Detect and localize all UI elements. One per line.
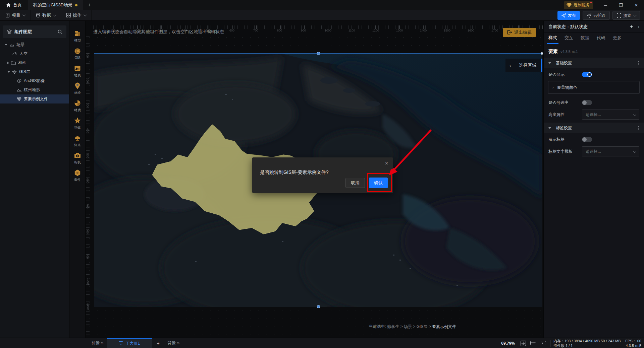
caret-down-icon[interactable] xyxy=(5,44,7,46)
tree-item-arcgis[interactable]: ArcGIS影像 xyxy=(0,76,69,85)
chevron-left-icon[interactable]: ‹ xyxy=(509,63,511,68)
menu-project[interactable]: 项目 xyxy=(0,10,31,20)
new-tab-button[interactable]: + xyxy=(83,0,96,10)
dialog-message: 是否跳转到GIS层-要素示例文件? xyxy=(260,169,329,176)
show-label-toggle[interactable] xyxy=(582,137,592,142)
overlay-color-collapse[interactable]: › 覆盖物颜色 xyxy=(548,81,640,94)
tab-interaction[interactable]: 交互 xyxy=(565,35,573,44)
section-basic-settings[interactable]: 基础设置 xyxy=(544,58,644,68)
tree-item-camera-group[interactable]: 相机 xyxy=(0,58,69,67)
tab-data[interactable]: 数据 xyxy=(581,35,589,44)
cancel-button[interactable]: 取消 xyxy=(345,178,365,188)
chevron-right-icon[interactable]: › xyxy=(638,24,639,29)
resize-handle-bottom[interactable] xyxy=(317,305,320,308)
field-label: 是否显示 xyxy=(548,72,582,77)
project-icon xyxy=(5,13,10,17)
tree-label: ArcGIS影像 xyxy=(24,78,45,84)
console-button[interactable] xyxy=(539,340,548,347)
resize-handle-corner[interactable] xyxy=(541,52,543,55)
layer-tree: 场景 天空 相机 GIS层 ArcGIS影像 杭州地形 xyxy=(0,40,69,103)
performance-stats: 内存：193 / 3894 / 4096 MB 50 / 243 MB FPS：… xyxy=(553,339,644,348)
expand-arrows-icon xyxy=(521,341,526,346)
section-label-settings[interactable]: 标签设置 xyxy=(544,123,644,133)
circle-plus-icon[interactable]: ⊕ xyxy=(101,341,103,345)
menu-data[interactable]: 数据 xyxy=(31,10,61,20)
palette-animation[interactable]: 动效 xyxy=(69,115,86,132)
layers-sidebar: 组件图层 场景 天空 相机 GIS层 xyxy=(0,21,69,338)
caret-down-icon[interactable] xyxy=(7,71,10,73)
background-button[interactable]: 背景⊕ xyxy=(164,338,183,348)
tree-item-sky[interactable]: 天空 xyxy=(0,49,69,58)
ruler-label: 1100 xyxy=(87,303,90,309)
zoom-level[interactable]: 69.79% xyxy=(501,341,515,346)
tab-style[interactable]: 样式 xyxy=(548,35,557,44)
maximize-button[interactable]: ❐ xyxy=(613,0,629,10)
home-icon xyxy=(6,3,11,7)
visible-toggle[interactable] xyxy=(582,72,592,77)
state-value: 默认状态 xyxy=(570,24,588,30)
ruler-label: 1000 xyxy=(325,29,331,32)
tab-code[interactable]: 代码 xyxy=(597,35,605,44)
tree-item-scene[interactable]: 场景 xyxy=(0,40,69,49)
add-state-button[interactable]: + xyxy=(630,23,633,30)
select-region-panel[interactable]: ‹ 选择区域 xyxy=(505,59,542,72)
label-template-select[interactable]: 请选择... xyxy=(582,146,639,156)
chevron-down-icon xyxy=(633,149,636,153)
palette-light[interactable]: 灯光 xyxy=(69,132,86,149)
component-header: 要素 v4.3.5-rc.1 xyxy=(544,44,644,58)
minimize-button[interactable]: ─ xyxy=(598,0,613,10)
custom-service-button[interactable]: 定制服务 xyxy=(564,1,593,9)
kebab-menu-icon[interactable] xyxy=(638,126,639,130)
cloud-host-button[interactable]: 云托管 xyxy=(583,11,610,20)
palette-gis[interactable]: GIS xyxy=(69,45,86,62)
search-icon[interactable] xyxy=(58,29,62,34)
action-icon xyxy=(66,13,71,17)
foreground-button[interactable]: 前景⊕ xyxy=(88,338,107,348)
editor-version: 4.3.5-rc.5 xyxy=(626,343,641,348)
notification-dot-icon xyxy=(590,2,592,3)
tab-more[interactable]: 更多 xyxy=(613,35,622,44)
close-button[interactable]: ✕ xyxy=(629,0,644,10)
caret-right-icon[interactable] xyxy=(7,62,9,64)
palette-model[interactable]: 模型 xyxy=(69,27,86,45)
selection-breadcrumb-prefix: 当前选中: 鲸孪生 > 场景 > GIS层 > xyxy=(369,324,432,329)
editor-canvas[interactable]: 1002003004005006007008009001000110012001… xyxy=(86,21,543,338)
add-screen-button[interactable]: + xyxy=(152,338,164,348)
fit-view-button[interactable] xyxy=(519,340,528,347)
tree-item-terrain[interactable]: 杭州地形 xyxy=(0,85,69,94)
screen-tab-active[interactable]: 子大屏1 xyxy=(107,338,152,348)
palette-kit[interactable]: 套件 xyxy=(69,167,86,184)
ruler-label: 1200 xyxy=(372,29,379,32)
tree-item-feature-file[interactable]: 要素示例文件 xyxy=(0,94,69,103)
row-visible: 是否显示 xyxy=(544,68,644,80)
selectable-toggle[interactable] xyxy=(582,100,592,105)
field-label: 标签文字模板 xyxy=(548,149,582,154)
chevron-right-icon: › xyxy=(552,85,554,89)
circle-plus-icon[interactable]: ⊕ xyxy=(177,341,179,345)
palette-terrain[interactable]: 地表 xyxy=(69,62,86,80)
tree-item-gis-layer[interactable]: GIS层 xyxy=(0,67,69,76)
row-show-label: 展示标签 xyxy=(544,133,644,145)
caret-down-icon xyxy=(548,127,551,129)
bottom-bar: 前景⊕ 子大屏1 + 背景⊕ 69.79% xyxy=(0,338,644,348)
height-attr-select[interactable]: 请选择... xyxy=(582,110,639,120)
resize-handle-top[interactable] xyxy=(317,52,320,55)
unsaved-dot-icon xyxy=(75,4,77,6)
fps-value: 60 xyxy=(637,339,641,343)
kebab-menu-icon[interactable] xyxy=(638,61,639,65)
exit-edit-button[interactable]: 退出编辑 xyxy=(503,28,536,37)
palette-camera[interactable]: 相机 xyxy=(69,149,86,167)
dialog-close-icon[interactable]: ✕ xyxy=(385,161,388,166)
section-title: 标签设置 xyxy=(556,125,572,131)
titlebar: 首页 我的空白GIS3D场景 + 定制服务 ─ ❐ ✕ xyxy=(0,0,644,10)
home-button[interactable]: 首页 xyxy=(0,0,28,10)
preview-button[interactable]: 预览 xyxy=(612,11,640,20)
palette-material[interactable]: 材质 xyxy=(69,97,86,115)
publish-button[interactable]: 发布 xyxy=(557,11,580,20)
menu-action[interactable]: 操作 xyxy=(61,10,92,20)
palette-plot[interactable]: 标绘 xyxy=(69,80,86,97)
star-icon xyxy=(74,117,81,124)
scene-tab[interactable]: 我的空白GIS3D场景 xyxy=(28,0,83,10)
shortcut-keys-button[interactable] xyxy=(529,340,538,347)
chevron-down-icon xyxy=(22,13,26,16)
